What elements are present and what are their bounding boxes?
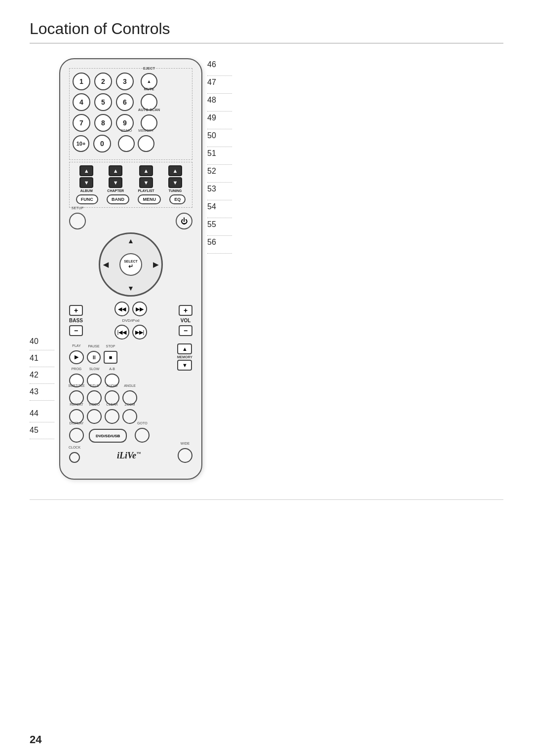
left-num-45: 45: [30, 423, 54, 439]
page-title: Location of Controls: [30, 20, 503, 43]
stop-btn[interactable]: ■: [104, 351, 117, 364]
btn-10plus[interactable]: 10+: [73, 135, 89, 152]
tuning-group: ▲ ▼ TUNING: [168, 165, 182, 192]
prev-btn[interactable]: |◀◀: [114, 325, 129, 340]
num-row-1: 1 2 3 EJECT ▲: [73, 73, 189, 90]
setup-btn[interactable]: [69, 213, 86, 229]
ab-label: A-B: [109, 367, 115, 371]
display-label: DISPLAY: [69, 421, 83, 425]
clock-btn[interactable]: [69, 452, 80, 463]
autoscan-label: AUTO SCAN: [138, 108, 160, 112]
num-row-2: 4 5 6 MUTE: [73, 93, 189, 111]
func-row: FUNC BAND MENU EQ: [73, 194, 189, 204]
video-btn[interactable]: [87, 409, 102, 424]
right-number-list: 46 47 48 49 50 51 52 53 54 55 56: [202, 58, 232, 480]
playlist-dn-btn[interactable]: ▼: [139, 177, 153, 188]
bass-minus-btn[interactable]: −: [69, 325, 83, 336]
clear-label: CLEAR: [106, 403, 117, 406]
memory-top-label: MEMORY: [138, 129, 153, 132]
repeat-label: REPEAT: [70, 403, 83, 406]
setup-label: SETUP: [71, 206, 83, 210]
page-number: 24: [30, 733, 41, 746]
subtitle-label: SUBTITLE: [68, 384, 84, 387]
select-symbol: ↵: [128, 263, 133, 270]
btn-6[interactable]: 6: [116, 93, 134, 111]
btn-7[interactable]: 7: [73, 114, 90, 132]
vol-minus-btn[interactable]: −: [179, 325, 192, 336]
play-btn[interactable]: ▶: [69, 350, 84, 364]
nav-left-btn[interactable]: ◀: [103, 261, 109, 268]
nav-down-btn[interactable]: ▼: [127, 284, 134, 292]
left-num-43: 43: [30, 385, 54, 401]
select-btn[interactable]: SELECT ↵: [119, 253, 142, 276]
memory-up-btn[interactable]: ▲: [177, 343, 192, 354]
album-dn-btn[interactable]: ▼: [79, 177, 93, 188]
chapter-group: ▲ ▼ CHAPTER: [107, 165, 124, 192]
right-num-51: 51: [207, 147, 232, 165]
album-label: ALBUM: [80, 189, 92, 192]
goto-label: GOTO: [137, 421, 147, 425]
memory-group: ▲ MEMORY ▼: [177, 343, 192, 371]
stmo-btn[interactable]: [118, 135, 135, 152]
vol-plus-btn[interactable]: +: [179, 305, 192, 316]
tuning-up-btn[interactable]: ▲: [168, 165, 182, 176]
eq-btn[interactable]: EQ: [169, 194, 186, 204]
album-up-btn[interactable]: ▲: [79, 165, 93, 176]
btn-0[interactable]: 0: [93, 135, 111, 152]
numeric-section: 1 2 3 EJECT ▲ 4 5 6 MUTE: [69, 68, 192, 160]
nav-up-btn[interactable]: ▲: [127, 237, 134, 245]
stop-label: STOP: [106, 344, 115, 348]
pause-label: PAUSE: [88, 344, 99, 348]
remote-container: 1 2 3 EJECT ▲ 4 5 6 MUTE: [59, 58, 202, 480]
wide-btn[interactable]: [178, 448, 192, 463]
btn-8[interactable]: 8: [94, 114, 112, 132]
left-num-44: 44: [30, 407, 54, 422]
vol-group: + VOL −: [179, 305, 192, 336]
rewind-btn[interactable]: ◀◀: [114, 302, 129, 316]
right-num-50: 50: [207, 129, 232, 147]
btn-2[interactable]: 2: [94, 73, 112, 90]
band-btn[interactable]: BAND: [107, 194, 129, 204]
tuning-dn-btn[interactable]: ▼: [168, 177, 182, 188]
setup-row: SETUP ⏻: [69, 213, 192, 229]
ffwd-btn[interactable]: ▶▶: [132, 302, 147, 316]
dvd-sd-usb-btn[interactable]: DVD/SD/USB: [89, 429, 127, 443]
zoom-btn[interactable]: [122, 409, 137, 424]
mute-label: MUTE: [144, 87, 154, 91]
display-btn[interactable]: [69, 428, 84, 443]
bass-plus-btn[interactable]: +: [69, 305, 83, 316]
btn-4[interactable]: 4: [73, 93, 90, 111]
bot-row-2: REPEAT VIDEO CLEAR ZOOM: [69, 409, 192, 424]
playlist-group: ▲ ▼ PLAYLIST: [138, 165, 154, 192]
btn-3[interactable]: 3: [116, 73, 134, 90]
arrow-section: ▲ ▼ ALBUM ▲ ▼ CHAPTER ▲ ▼ PLAYLIST: [69, 162, 192, 208]
pb-row-1: PLAY ▶ PAUSE ⏸ STOP ■ ▲ MEMORY ▼: [69, 343, 192, 371]
menu-btn[interactable]: MENU: [138, 194, 161, 204]
chapter-dn-btn[interactable]: ▼: [109, 177, 122, 188]
memory-top-btn[interactable]: [138, 135, 154, 152]
playback-section: PLAY ▶ PAUSE ⏸ STOP ■ ▲ MEMORY ▼: [69, 343, 192, 387]
album-group: ▲ ▼ ALBUM: [79, 165, 93, 192]
btn-5[interactable]: 5: [94, 93, 112, 111]
goto-btn[interactable]: [135, 428, 150, 443]
clear-btn[interactable]: [105, 409, 119, 424]
memory-dn-btn[interactable]: ▼: [177, 360, 192, 371]
left-num-41: 41: [30, 351, 54, 367]
func-btn[interactable]: FUNC: [76, 194, 98, 204]
power-btn[interactable]: ⏻: [176, 213, 192, 229]
nav-right-btn[interactable]: ▶: [153, 261, 158, 268]
angle-label: ANGLE: [124, 384, 136, 387]
btn-1[interactable]: 1: [73, 73, 90, 90]
right-num-53: 53: [207, 183, 232, 200]
chapter-up-btn[interactable]: ▲: [109, 165, 122, 176]
remote-body: 1 2 3 EJECT ▲ 4 5 6 MUTE: [59, 58, 202, 480]
right-num-54: 54: [207, 200, 232, 218]
playlist-up-btn[interactable]: ▲: [139, 165, 153, 176]
pause-btn[interactable]: ⏸: [87, 351, 101, 364]
next-btn[interactable]: ▶▶|: [132, 325, 147, 340]
wide-label: WIDE: [181, 442, 190, 445]
bass-label: BASS: [69, 318, 83, 323]
bass-group: + BASS −: [69, 305, 83, 336]
audio-label: AUDIO: [107, 384, 117, 387]
stmo-label: ST/MO: [121, 129, 132, 132]
